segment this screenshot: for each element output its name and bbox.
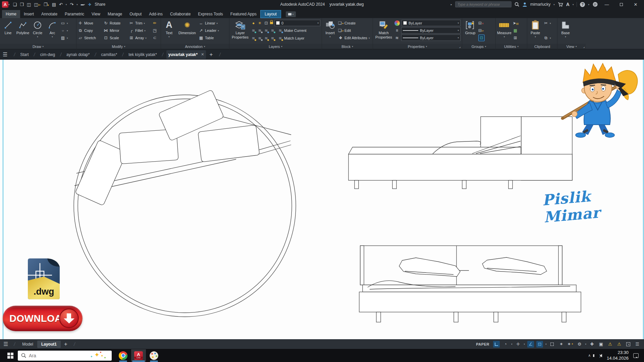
layer-unlock-all-icon[interactable] xyxy=(264,36,269,40)
close-button[interactable]: ✕ xyxy=(630,0,641,9)
view-panel-label[interactable]: View▾ ⌟ xyxy=(557,44,586,49)
taskbar-clock[interactable]: 23:30 14.04.2026 xyxy=(607,350,629,361)
user-menu-caret-icon[interactable]: ▾ xyxy=(553,3,555,6)
front-pillow-left[interactable] xyxy=(399,258,460,277)
file-tab-aynali-dolap[interactable]: aynalı dolap* xyxy=(64,50,92,59)
windows-start-icon[interactable] xyxy=(7,353,13,358)
leader-button[interactable]: ↗Leader▾ xyxy=(199,27,225,34)
block-edit-button[interactable]: ❏✏Edit xyxy=(338,27,370,34)
scale-button[interactable]: ⊡Scale xyxy=(103,35,127,41)
utilities-panel-label[interactable]: Utilities▾ xyxy=(496,44,527,49)
block-panel-label[interactable]: Block▾ xyxy=(322,44,373,49)
arc-button[interactable]: Arc ▾ xyxy=(46,19,59,38)
dwg-file-icon[interactable]: .dwg xyxy=(28,258,60,299)
username[interactable]: mimarlucky xyxy=(530,2,551,7)
fullscreen-icon[interactable]: ↘ xyxy=(625,341,632,348)
file-tab-yuvarlak-yatak[interactable]: yuvarlak yatak* ✕ xyxy=(166,50,206,59)
lineweight-icon[interactable]: ≡ xyxy=(394,28,399,33)
layer-lock-icon[interactable] xyxy=(264,28,269,33)
help-search-field[interactable] xyxy=(455,1,512,7)
tab-annotate[interactable]: Annotate xyxy=(38,10,61,18)
share-label[interactable]: Share xyxy=(95,2,105,7)
group-selection-toggle[interactable]: ⊡ xyxy=(478,35,485,41)
annotation-panel-label[interactable]: Annotation▾ xyxy=(161,44,229,49)
open-file-icon[interactable]: ❒ xyxy=(20,2,24,7)
array-button[interactable]: ⊞Array▾ xyxy=(129,35,151,41)
modify-panel-label[interactable]: Modify▾ xyxy=(76,44,161,49)
taskbar-search[interactable]: ✦ ✦ ✦ xyxy=(18,351,112,361)
workspace-switching-icon[interactable]: ✚ xyxy=(589,341,595,348)
share-icon[interactable] xyxy=(88,2,92,7)
fillet-button[interactable]: ╭Fillet▾ xyxy=(129,27,151,34)
status-menu-icon[interactable]: ☰ xyxy=(3,341,8,347)
tab-featured-apps[interactable]: Featured Apps xyxy=(227,10,260,18)
feedback-icon[interactable] xyxy=(592,2,598,7)
isometric-drafting-toggle[interactable]: ✛ xyxy=(515,341,521,348)
tab-parametric[interactable]: Parametric xyxy=(61,10,88,18)
redo-icon[interactable] xyxy=(70,2,73,7)
stretch-button[interactable]: ▱Stretch xyxy=(78,35,102,41)
model-tab[interactable]: Model xyxy=(18,341,37,348)
polar-caret-icon[interactable]: ▾ xyxy=(511,343,513,345)
close-tab-icon[interactable]: ✕ xyxy=(201,52,204,57)
block-create-button[interactable]: ❏✦Create xyxy=(338,20,370,26)
erase-button[interactable]: ✏ xyxy=(152,20,157,26)
layer-on-icon[interactable]: ● xyxy=(251,21,256,25)
pillow-4[interactable] xyxy=(198,125,260,162)
isolate-objects-icon[interactable]: ▣ xyxy=(598,341,604,348)
redo-caret-icon[interactable]: ▾ xyxy=(76,3,78,6)
quick-calculator-button[interactable]: ⊞ xyxy=(513,35,518,41)
ellipse-tool[interactable]: ○▾ xyxy=(60,27,68,34)
annotation-scale-gear-icon[interactable]: ⚙ xyxy=(576,341,583,348)
customization-menu-icon[interactable]: ☰ xyxy=(634,341,641,348)
polar-tracking-toggle[interactable]: ◔ xyxy=(502,341,509,348)
insert-button[interactable]: Insert ▾ xyxy=(323,19,337,38)
bed-side-view[interactable] xyxy=(348,117,572,189)
match-properties-button[interactable]: Match Properties xyxy=(374,19,393,39)
new-drawing-icon[interactable]: + xyxy=(206,51,216,58)
color-wheel-icon[interactable] xyxy=(394,20,400,26)
autocad-logo[interactable]: A xyxy=(2,1,8,8)
ungroup-button[interactable]: ⊟✕ xyxy=(478,20,485,26)
layer-select-combo[interactable]: 0 ▾ xyxy=(274,20,320,26)
view-launcher-icon[interactable]: ⌟ xyxy=(583,45,585,48)
text-button[interactable]: A Text ▾ xyxy=(162,19,176,38)
make-current-button[interactable]: Make Current xyxy=(278,27,307,34)
object-color-combo[interactable]: ByLayer ▾ xyxy=(401,20,461,26)
gear-caret-icon[interactable]: ▾ xyxy=(585,343,586,345)
layer-properties-button[interactable]: Layer Properties xyxy=(231,19,250,39)
tab-insert[interactable]: Insert xyxy=(20,10,38,18)
properties-panel-label[interactable]: Properties▾ ⌟ xyxy=(373,44,462,49)
cart-icon[interactable] xyxy=(558,2,563,7)
print-icon[interactable]: ▤ xyxy=(52,2,56,7)
autoscale-toggle[interactable]: ✶✦ xyxy=(567,341,574,348)
rectangle-tool[interactable]: ▭▾ xyxy=(60,20,68,26)
paste-button[interactable]: Paste ▾ xyxy=(529,19,542,38)
hatch-tool[interactable]: ▨▾ xyxy=(60,35,68,41)
osnap-caret-icon[interactable]: ▾ xyxy=(545,343,547,345)
osnap-tracking-toggle[interactable]: ∠ xyxy=(527,341,534,348)
search-input[interactable] xyxy=(458,2,509,6)
ribbon-display-toggle[interactable]: ▾ xyxy=(286,11,296,17)
save-as-icon[interactable]: ◫✏ xyxy=(34,2,41,7)
help-icon[interactable]: ? xyxy=(580,2,585,7)
offset-button[interactable]: ⊂ xyxy=(152,35,157,41)
volume-icon[interactable]: ) xyxy=(595,354,602,358)
tray-expand-icon[interactable]: ∧ xyxy=(588,353,591,358)
line-button[interactable]: Line xyxy=(1,19,15,35)
object-snap-toggle[interactable]: ⊡ xyxy=(536,341,543,348)
restore-button[interactable] xyxy=(615,0,627,9)
graphics-warning-icon[interactable]: ⚠ xyxy=(616,341,623,348)
autodesk-caret-icon[interactable]: ▾ xyxy=(573,3,574,6)
taskbar-search-input[interactable] xyxy=(29,353,79,358)
move-button[interactable]: ✛Move xyxy=(78,20,102,26)
dimension-button[interactable]: ✺ Dimension xyxy=(177,19,197,35)
layer-unlock2-icon[interactable] xyxy=(270,36,275,40)
undo-caret-icon[interactable]: ▾ xyxy=(66,3,67,6)
chrome-taskbar-icon[interactable] xyxy=(116,349,130,362)
tab-collaborate[interactable]: Collaborate xyxy=(166,10,194,18)
base-button[interactable]: Base ▾ xyxy=(559,19,572,38)
pillow-1[interactable] xyxy=(75,140,127,205)
cut-button[interactable]: ✂▾ xyxy=(543,20,551,26)
measure-button[interactable]: Measure ▾ xyxy=(497,19,512,38)
